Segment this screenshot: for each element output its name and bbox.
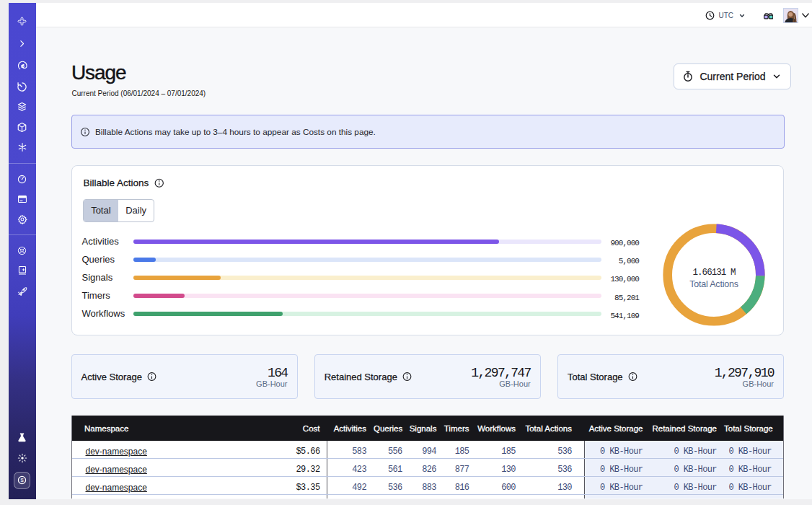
svg-text:$: $	[20, 477, 24, 483]
